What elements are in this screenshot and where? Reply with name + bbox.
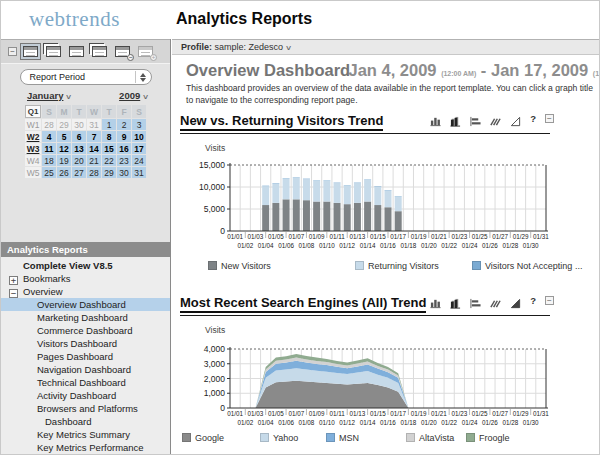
sidebar-item-pages-dashboard[interactable]: Pages Dashboard [1, 350, 170, 363]
horizontal-bar-icon[interactable] [470, 295, 481, 306]
calendar-day[interactable]: 25 [42, 167, 56, 178]
calendar-day[interactable]: 28 [87, 167, 101, 178]
sidebar-item-marketing-dashboard[interactable]: Marketing Dashboard [1, 311, 170, 324]
calendar-day[interactable]: 8 [102, 131, 116, 142]
calendar-day[interactable]: 10 [132, 131, 146, 142]
calendar-day[interactable]: 15 [102, 143, 116, 154]
collapse-icon[interactable]: − [545, 296, 554, 305]
legend-item: AltaVista [406, 433, 454, 443]
expand-icon[interactable]: + [9, 276, 18, 285]
calendar-day[interactable]: 7 [87, 131, 101, 142]
calendar-day[interactable]: 12 [57, 143, 71, 154]
bar-chart-icon[interactable] [430, 295, 441, 306]
calendar-day[interactable]: 11 [42, 143, 56, 154]
sidebar-item-overview[interactable]: −Overview [1, 285, 170, 298]
week-label[interactable]: W1 [25, 119, 41, 130]
sidebar-item-activity-dashboard[interactable]: Activity Dashboard [1, 389, 170, 402]
area-chart-icon[interactable] [490, 295, 501, 306]
sidebar-item-overview-dashboard[interactable]: Overview Dashboard [1, 298, 170, 311]
svg-text:01/15: 01/15 [370, 410, 386, 417]
week-label[interactable]: W3 [25, 143, 41, 154]
quarter-label[interactable]: Q1 [25, 105, 41, 118]
svg-text:01/01: 01/01 [227, 410, 243, 417]
calendar-day[interactable]: 24 [132, 155, 146, 166]
calendar-day[interactable]: 23 [117, 155, 131, 166]
bar-chart-icon[interactable] [430, 113, 441, 124]
calendar-day[interactable]: 30 [72, 119, 86, 130]
calendar-day[interactable]: 9 [117, 131, 131, 142]
calendar-day[interactable]: 21 [87, 155, 101, 166]
line-chart-icon[interactable] [510, 295, 521, 306]
calendar-double2-icon[interactable] [90, 44, 109, 59]
calendar-day[interactable]: 26 [57, 167, 71, 178]
month-dropdown[interactable]: January ∨ [27, 90, 71, 101]
help-icon[interactable]: ? [530, 295, 536, 306]
legend-label: Returning Visitors [368, 261, 439, 271]
calendar-day[interactable]: 16 [117, 143, 131, 154]
week-label[interactable]: W2 [25, 131, 41, 142]
day-of-week-label: S [132, 105, 146, 118]
legend-item: Froogle [466, 433, 510, 443]
calendar-day[interactable]: 29 [57, 119, 71, 130]
calendar-day[interactable]: 5 [57, 131, 71, 142]
calendar-day[interactable]: 18 [42, 155, 56, 166]
svg-text:01/13: 01/13 [350, 233, 366, 240]
calendar-day[interactable]: 31 [132, 167, 146, 178]
calendar-day[interactable]: 29 [102, 167, 116, 178]
calendar-day[interactable]: 31 [87, 119, 101, 130]
calendar-day[interactable]: 14 [87, 143, 101, 154]
week-label[interactable]: W4 [25, 155, 41, 166]
calendar-day[interactable]: 19 [57, 155, 71, 166]
sidebar-item-key-metrics-performance-dashboard[interactable]: Key Metrics Performance Dashboard [1, 441, 170, 455]
svg-text:01/26: 01/26 [482, 242, 498, 249]
calendar-day[interactable]: 3 [132, 119, 146, 130]
calendar-day[interactable]: 6 [72, 131, 86, 142]
calendar-grid: Q1SMTWTFSW128293031123W245678910W3111213… [24, 104, 147, 179]
calendar-remove-icon[interactable]: − [113, 44, 132, 59]
calendar-double-icon[interactable] [44, 44, 63, 59]
profile-bar[interactable]: Profile: sample: Zedesco ∨ [172, 39, 600, 55]
calendar-day[interactable]: 28 [42, 119, 56, 130]
sidebar-item-complete-view-v8-5[interactable]: Complete View V8.5 [1, 259, 170, 272]
calendar-day[interactable]: 13 [72, 143, 86, 154]
chart1-title-link[interactable]: New vs. Returning Visitors Trend [180, 113, 383, 131]
help-icon[interactable]: ? [530, 113, 536, 124]
svg-text:01/30: 01/30 [523, 419, 539, 426]
calendar-day[interactable]: 4 [42, 131, 56, 142]
calendar-day[interactable]: 22 [102, 155, 116, 166]
app-title: Analytics Reports [176, 10, 312, 28]
collapse-panel-icon[interactable]: − [8, 47, 17, 56]
calendar-day[interactable]: 20 [72, 155, 86, 166]
calendar-single-icon[interactable] [21, 44, 40, 59]
calendar-day[interactable]: 2 [117, 119, 131, 130]
area-chart-icon[interactable] [490, 113, 501, 124]
calendar-day[interactable]: 27 [72, 167, 86, 178]
sidebar-item-key-metrics-summary[interactable]: Key Metrics Summary [1, 428, 170, 441]
sidebar-item-navigation-dashboard[interactable]: Navigation Dashboard [1, 363, 170, 376]
sidebar-item-visitors-dashboard[interactable]: Visitors Dashboard [1, 337, 170, 350]
calendar-wide-icon[interactable] [67, 44, 86, 59]
horizontal-bar-icon[interactable] [470, 113, 481, 124]
calendar-add-icon[interactable]: + [136, 44, 155, 59]
calendar-day[interactable]: 1 [102, 119, 116, 130]
sidebar-item-commerce-dashboard[interactable]: Commerce Dashboard [1, 324, 170, 337]
stepper-icon[interactable] [135, 71, 149, 83]
sidebar-item-browsers-and-platforms-dashboard[interactable]: Browsers and Platforms Dashboard [1, 402, 170, 428]
line-chart-icon[interactable] [510, 113, 521, 124]
calendar-day[interactable]: 17 [132, 143, 146, 154]
svg-text:10,000: 10,000 [199, 182, 225, 192]
bar-chart-3d-icon[interactable] [450, 113, 461, 124]
calendar-day[interactable]: 30 [117, 167, 131, 178]
bar-chart-3d-icon[interactable] [450, 295, 461, 306]
year-dropdown[interactable]: 2009 ∨ [119, 90, 148, 101]
svg-text:01/11: 01/11 [329, 233, 345, 240]
sidebar-item-technical-dashboard[interactable]: Technical Dashboard [1, 376, 170, 389]
week-label[interactable]: W5 [25, 167, 41, 178]
sidebar-item-label: Key Metrics Summary [37, 429, 130, 440]
report-period-select[interactable]: Report Period [20, 69, 152, 85]
collapse-icon[interactable]: − [9, 289, 18, 298]
chart2-title-link[interactable]: Most Recent Search Engines (All) Trend [180, 295, 426, 313]
collapse-icon[interactable]: − [545, 114, 554, 123]
svg-text:01/28: 01/28 [502, 419, 518, 426]
sidebar-item-bookmarks[interactable]: +Bookmarks [1, 272, 170, 285]
